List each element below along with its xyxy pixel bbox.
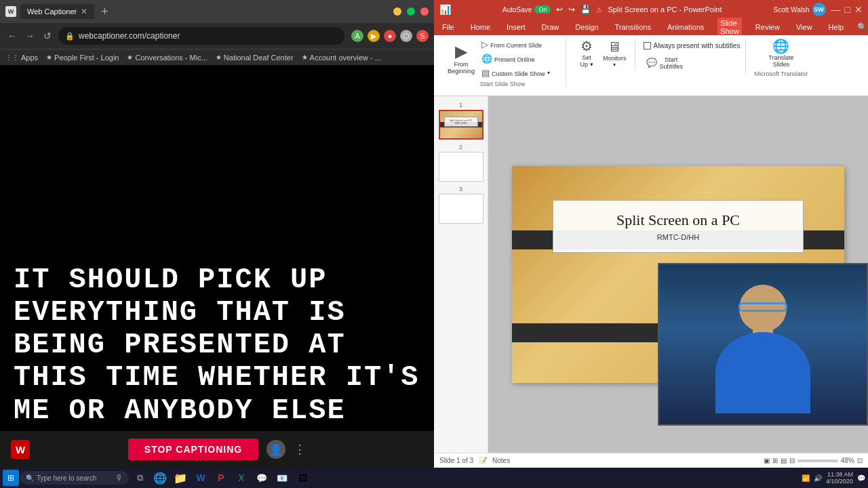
autosave-label: AutoSave: [502, 6, 532, 14]
caption-profile-icon[interactable]: 👤: [267, 440, 285, 459]
view-slide-sorter-icon[interactable]: ⊞: [772, 457, 778, 464]
ppt-panel: 📊 AutoSave On ↩ ↪ 💾 ⚠ Split Screen on a …: [434, 0, 868, 468]
network-icon[interactable]: 📶: [802, 474, 810, 482]
menu-draw[interactable]: Draw: [539, 22, 562, 33]
ppt-menu-bar: File Home Insert Draw Design Transitions…: [434, 19, 868, 35]
slide-thumb-3[interactable]: [439, 194, 484, 224]
more-options-icon[interactable]: ⋮: [294, 442, 306, 457]
bookmark-people-login[interactable]: ★ People First - Login: [46, 54, 119, 62]
from-beginning-label: FromBeginning: [448, 61, 475, 75]
close-icon[interactable]: [420, 7, 429, 16]
forward-button[interactable]: →: [23, 30, 37, 41]
webcaptioner-logo: W: [11, 440, 30, 459]
extension-icon-4[interactable]: ⬡: [400, 30, 412, 42]
menu-design[interactable]: Design: [572, 22, 601, 33]
ppt-minimize-icon[interactable]: —: [831, 4, 841, 15]
tab-close-icon[interactable]: ✕: [81, 7, 87, 16]
from-current-button[interactable]: ▷ From Current Slide: [479, 38, 560, 51]
ppt-close-icon[interactable]: ✕: [854, 4, 863, 15]
present-online-button[interactable]: 🌐 Present Online: [479, 52, 560, 65]
taskbar-edge[interactable]: 🌐: [151, 468, 170, 487]
view-reading-icon[interactable]: ▤: [781, 457, 787, 464]
custom-icon: ▤: [481, 68, 490, 78]
slide-thumb-1[interactable]: Split Screen on a PC RMTC-D/HH: [439, 110, 484, 140]
slide-count-status: Slide 1 of 3: [439, 457, 473, 464]
webcam-video: [659, 264, 867, 424]
profile-icon[interactable]: S: [416, 30, 429, 42]
back-button[interactable]: ←: [5, 30, 19, 41]
ribbon-group4-label: Microsoft Translator: [754, 70, 808, 77]
taskbar-word[interactable]: W: [191, 468, 210, 487]
menu-view[interactable]: View: [793, 22, 815, 33]
new-tab-icon[interactable]: +: [101, 5, 108, 19]
slide-thumb-2[interactable]: [439, 152, 484, 182]
taskbar-teams[interactable]: 💬: [252, 468, 271, 487]
setup-button[interactable]: ⚙ SetUp ▾: [574, 38, 599, 69]
bookmark-star-2: ★: [127, 54, 133, 61]
search-icon: 🔍: [26, 474, 34, 482]
zoom-level: 48%: [841, 457, 854, 464]
taskbar-task-view[interactable]: ⧉: [130, 468, 149, 487]
fit-slide-icon[interactable]: ⊡: [857, 457, 863, 464]
custom-dropdown-icon: ▾: [547, 70, 550, 76]
ribbon-group1-label: Start Slide Show: [480, 81, 526, 87]
always-present-checkbox[interactable]: [644, 42, 651, 49]
bookmark-conversations[interactable]: ★ Conversations - Mic...: [127, 54, 207, 62]
person-body: [715, 332, 810, 413]
menu-help[interactable]: Help: [826, 22, 847, 33]
start-button[interactable]: ⊞: [3, 470, 19, 486]
menu-review[interactable]: Review: [753, 22, 783, 33]
extension-icon-1[interactable]: A: [351, 30, 363, 42]
tab-title: Web Captioner: [27, 7, 77, 16]
taskbar-ppt[interactable]: P: [212, 468, 231, 487]
extension-icon-3[interactable]: ●: [384, 30, 396, 42]
extension-icon-2[interactable]: ▶: [368, 30, 380, 42]
save-icon[interactable]: 💾: [580, 5, 591, 14]
refresh-button[interactable]: ↺: [41, 30, 54, 41]
browser-tab-active[interactable]: Web Captioner ✕: [20, 4, 94, 19]
bookmarks-bar: ⋮⋮ Apps ★ People First - Login ★ Convers…: [0, 49, 434, 65]
taskbar-outlook[interactable]: 📧: [273, 468, 292, 487]
present-online-label: Present Online: [494, 56, 535, 63]
from-beginning-button[interactable]: ▶ FromBeginning: [445, 42, 477, 76]
slide-thumbnail-list: 1 Split Screen on a PC RMTC-D/HH 2 3: [434, 96, 488, 453]
monitors-icon: 🖥: [608, 40, 621, 54]
bookmark-apps[interactable]: ⋮⋮ Apps: [5, 54, 38, 62]
zoom-slider[interactable]: [797, 460, 838, 462]
monitors-button[interactable]: 🖥 Monitors ▾: [600, 39, 629, 69]
redo-icon[interactable]: ↪: [568, 5, 575, 14]
warning-icon: ⚠: [596, 6, 602, 14]
menu-slideshow[interactable]: Slide Show: [717, 18, 742, 37]
undo-icon[interactable]: ↩: [556, 5, 563, 14]
minimize-icon[interactable]: [393, 7, 401, 16]
ppt-title-bar: 📊 AutoSave On ↩ ↪ 💾 ⚠ Split Screen on a …: [434, 0, 868, 19]
taskbar-right-area: 📶 🔊 11:38 AM 4/10/2020 💬: [802, 471, 865, 485]
ppt-ribbon: ▶ FromBeginning ▷ From Current Slide 🌐 P…: [434, 35, 868, 96]
taskbar-excel[interactable]: X: [232, 468, 251, 487]
taskbar-photos[interactable]: 🖼: [293, 468, 312, 487]
bookmark-deaf-center[interactable]: ★ National Deaf Center: [216, 54, 294, 62]
view-presenter-icon[interactable]: ⊟: [789, 457, 795, 464]
menu-transitions[interactable]: Transitions: [612, 22, 654, 33]
menu-file[interactable]: File: [439, 22, 457, 33]
ppt-search-area[interactable]: 🔍 Search: [857, 22, 868, 32]
notification-icon[interactable]: 💬: [857, 474, 865, 482]
menu-insert[interactable]: Insert: [504, 22, 528, 33]
start-subtitles-button[interactable]: 💬 StartSubtitles: [644, 54, 741, 71]
menu-animations[interactable]: Animations: [665, 22, 707, 33]
taskbar-search[interactable]: 🔍 Type here to search 🎙: [20, 471, 129, 485]
ppt-maximize-icon[interactable]: □: [845, 4, 850, 15]
maximize-icon[interactable]: [407, 7, 415, 16]
taskbar-explorer[interactable]: 📁: [171, 468, 190, 487]
translate-button[interactable]: 🌐 TranslateSlides: [766, 38, 796, 69]
custom-slideshow-button[interactable]: ▤ Custom Slide Show ▾: [479, 66, 560, 79]
bookmark-account[interactable]: ★ Account overview - ...: [302, 54, 381, 62]
notes-icon[interactable]: 📝: [479, 457, 487, 464]
view-normal-icon[interactable]: ▣: [764, 457, 770, 464]
ribbon-group-setup: ⚙ SetUp ▾ 🖥 Monitors ▾: [569, 38, 635, 70]
stop-captioning-button[interactable]: STOP CAPTIONING: [128, 439, 258, 460]
address-bar[interactable]: 🔒 webcaptioner.com/captioner: [58, 27, 344, 45]
autosave-toggle[interactable]: On: [534, 5, 551, 14]
speaker-icon[interactable]: 🔊: [814, 474, 822, 482]
menu-home[interactable]: Home: [468, 22, 493, 33]
